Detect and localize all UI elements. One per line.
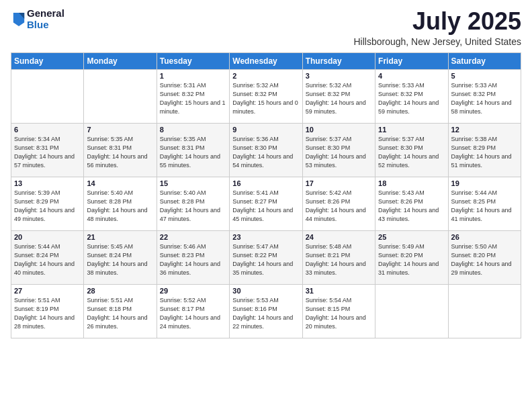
- calendar-cell: 17Sunrise: 5:42 AMSunset: 8:26 PMDayligh…: [302, 177, 375, 230]
- calendar-cell: [84, 69, 157, 123]
- calendar-cell: 19Sunrise: 5:44 AMSunset: 8:25 PMDayligh…: [448, 177, 521, 230]
- day-number: 15: [160, 179, 226, 187]
- day-number: 3: [306, 72, 372, 80]
- logo-blue: Blue: [27, 19, 64, 31]
- calendar-cell: 13Sunrise: 5:39 AMSunset: 8:29 PMDayligh…: [11, 177, 84, 230]
- day-info: Sunrise: 5:52 AMSunset: 8:17 PMDaylight:…: [160, 296, 226, 331]
- calendar-header-monday: Monday: [84, 52, 157, 69]
- calendar-cell: 28Sunrise: 5:51 AMSunset: 8:18 PMDayligh…: [84, 284, 157, 338]
- day-number: 1: [160, 72, 226, 80]
- logo-text: General Blue: [27, 8, 64, 30]
- calendar-cell: 3Sunrise: 5:32 AMSunset: 8:32 PMDaylight…: [302, 69, 375, 123]
- calendar-header-tuesday: Tuesday: [157, 52, 229, 69]
- day-number: 30: [232, 287, 299, 295]
- day-info: Sunrise: 5:32 AMSunset: 8:32 PMDaylight:…: [232, 81, 299, 116]
- calendar-cell: [448, 284, 521, 338]
- calendar-cell: 1Sunrise: 5:31 AMSunset: 8:32 PMDaylight…: [157, 69, 229, 123]
- calendar-cell: 23Sunrise: 5:47 AMSunset: 8:22 PMDayligh…: [230, 230, 302, 284]
- day-number: 2: [232, 72, 299, 80]
- calendar-cell: 8Sunrise: 5:35 AMSunset: 8:31 PMDaylight…: [157, 123, 229, 177]
- calendar-table: SundayMondayTuesdayWednesdayThursdayFrid…: [11, 52, 521, 338]
- calendar-week-row: 6Sunrise: 5:34 AMSunset: 8:31 PMDaylight…: [11, 123, 521, 177]
- day-info: Sunrise: 5:35 AMSunset: 8:31 PMDaylight:…: [87, 135, 153, 170]
- day-number: 7: [87, 126, 153, 134]
- calendar-week-row: 13Sunrise: 5:39 AMSunset: 8:29 PMDayligh…: [11, 177, 521, 230]
- day-number: 9: [232, 126, 299, 134]
- day-info: Sunrise: 5:34 AMSunset: 8:31 PMDaylight:…: [14, 135, 81, 170]
- calendar-cell: 20Sunrise: 5:44 AMSunset: 8:24 PMDayligh…: [11, 230, 84, 284]
- day-number: 27: [14, 287, 81, 295]
- day-info: Sunrise: 5:33 AMSunset: 8:32 PMDaylight:…: [378, 81, 445, 116]
- day-info: Sunrise: 5:35 AMSunset: 8:31 PMDaylight:…: [160, 135, 226, 170]
- day-info: Sunrise: 5:46 AMSunset: 8:23 PMDaylight:…: [160, 242, 226, 277]
- calendar-cell: 5Sunrise: 5:33 AMSunset: 8:32 PMDaylight…: [448, 69, 521, 123]
- calendar-cell: 2Sunrise: 5:32 AMSunset: 8:32 PMDaylight…: [230, 69, 302, 123]
- day-info: Sunrise: 5:53 AMSunset: 8:16 PMDaylight:…: [232, 296, 299, 331]
- calendar-week-row: 27Sunrise: 5:51 AMSunset: 8:19 PMDayligh…: [11, 284, 521, 338]
- day-info: Sunrise: 5:37 AMSunset: 8:30 PMDaylight:…: [378, 135, 445, 170]
- day-number: 22: [160, 233, 226, 241]
- calendar-cell: 10Sunrise: 5:37 AMSunset: 8:30 PMDayligh…: [302, 123, 375, 177]
- day-number: 18: [378, 179, 445, 187]
- day-info: Sunrise: 5:32 AMSunset: 8:32 PMDaylight:…: [306, 81, 372, 116]
- day-number: 8: [160, 126, 226, 134]
- calendar-cell: 14Sunrise: 5:40 AMSunset: 8:28 PMDayligh…: [84, 177, 157, 230]
- calendar-cell: [375, 284, 448, 338]
- day-info: Sunrise: 5:44 AMSunset: 8:25 PMDaylight:…: [451, 189, 518, 224]
- calendar-cell: 21Sunrise: 5:45 AMSunset: 8:24 PMDayligh…: [84, 230, 157, 284]
- logo-icon: [12, 11, 26, 28]
- day-info: Sunrise: 5:38 AMSunset: 8:29 PMDaylight:…: [451, 135, 518, 170]
- day-number: 26: [451, 233, 518, 241]
- day-number: 16: [232, 179, 299, 187]
- day-number: 6: [14, 126, 81, 134]
- calendar-cell: 9Sunrise: 5:36 AMSunset: 8:30 PMDaylight…: [230, 123, 302, 177]
- logo-general: General: [27, 8, 64, 19]
- calendar-cell: 30Sunrise: 5:53 AMSunset: 8:16 PMDayligh…: [230, 284, 302, 338]
- day-number: 17: [306, 179, 372, 187]
- title-block: July 2025 Hillsborough, New Jersey, Unit…: [353, 8, 521, 47]
- calendar-cell: 24Sunrise: 5:48 AMSunset: 8:21 PMDayligh…: [302, 230, 375, 284]
- calendar-week-row: 1Sunrise: 5:31 AMSunset: 8:32 PMDaylight…: [11, 69, 521, 123]
- calendar-week-row: 20Sunrise: 5:44 AMSunset: 8:24 PMDayligh…: [11, 230, 521, 284]
- day-number: 25: [378, 233, 445, 241]
- day-info: Sunrise: 5:41 AMSunset: 8:27 PMDaylight:…: [232, 189, 299, 224]
- day-number: 29: [160, 287, 226, 295]
- day-info: Sunrise: 5:54 AMSunset: 8:15 PMDaylight:…: [306, 296, 372, 331]
- calendar-cell: 15Sunrise: 5:40 AMSunset: 8:28 PMDayligh…: [157, 177, 229, 230]
- day-info: Sunrise: 5:37 AMSunset: 8:30 PMDaylight:…: [306, 135, 372, 170]
- day-info: Sunrise: 5:39 AMSunset: 8:29 PMDaylight:…: [14, 189, 81, 224]
- month-title: July 2025: [353, 8, 521, 35]
- day-number: 11: [378, 126, 445, 134]
- calendar-cell: 22Sunrise: 5:46 AMSunset: 8:23 PMDayligh…: [157, 230, 229, 284]
- calendar-header-wednesday: Wednesday: [230, 52, 302, 69]
- day-number: 19: [451, 179, 518, 187]
- calendar-cell: 25Sunrise: 5:49 AMSunset: 8:20 PMDayligh…: [375, 230, 448, 284]
- day-number: 13: [14, 179, 81, 187]
- day-info: Sunrise: 5:48 AMSunset: 8:21 PMDaylight:…: [306, 242, 372, 277]
- calendar-cell: [11, 69, 84, 123]
- location-title: Hillsborough, New Jersey, United States: [353, 36, 521, 47]
- calendar-header-saturday: Saturday: [448, 52, 521, 69]
- day-number: 4: [378, 72, 445, 80]
- calendar-cell: 6Sunrise: 5:34 AMSunset: 8:31 PMDaylight…: [11, 123, 84, 177]
- day-info: Sunrise: 5:47 AMSunset: 8:22 PMDaylight:…: [232, 242, 299, 277]
- day-info: Sunrise: 5:33 AMSunset: 8:32 PMDaylight:…: [451, 81, 518, 116]
- day-info: Sunrise: 5:40 AMSunset: 8:28 PMDaylight:…: [87, 189, 153, 224]
- day-info: Sunrise: 5:51 AMSunset: 8:19 PMDaylight:…: [14, 296, 81, 331]
- calendar-cell: 26Sunrise: 5:50 AMSunset: 8:20 PMDayligh…: [448, 230, 521, 284]
- day-number: 31: [306, 287, 372, 295]
- header: General Blue July 2025 Hillsborough, New…: [11, 8, 521, 47]
- day-info: Sunrise: 5:44 AMSunset: 8:24 PMDaylight:…: [14, 242, 81, 277]
- day-number: 12: [451, 126, 518, 134]
- day-info: Sunrise: 5:43 AMSunset: 8:26 PMDaylight:…: [378, 189, 445, 224]
- day-number: 28: [87, 287, 153, 295]
- day-number: 21: [87, 233, 153, 241]
- day-number: 24: [306, 233, 372, 241]
- day-info: Sunrise: 5:49 AMSunset: 8:20 PMDaylight:…: [378, 242, 445, 277]
- day-info: Sunrise: 5:51 AMSunset: 8:18 PMDaylight:…: [87, 296, 153, 331]
- logo: General Blue: [11, 8, 64, 30]
- calendar-cell: 27Sunrise: 5:51 AMSunset: 8:19 PMDayligh…: [11, 284, 84, 338]
- day-info: Sunrise: 5:42 AMSunset: 8:26 PMDaylight:…: [306, 189, 372, 224]
- day-number: 14: [87, 179, 153, 187]
- calendar-cell: 4Sunrise: 5:33 AMSunset: 8:32 PMDaylight…: [375, 69, 448, 123]
